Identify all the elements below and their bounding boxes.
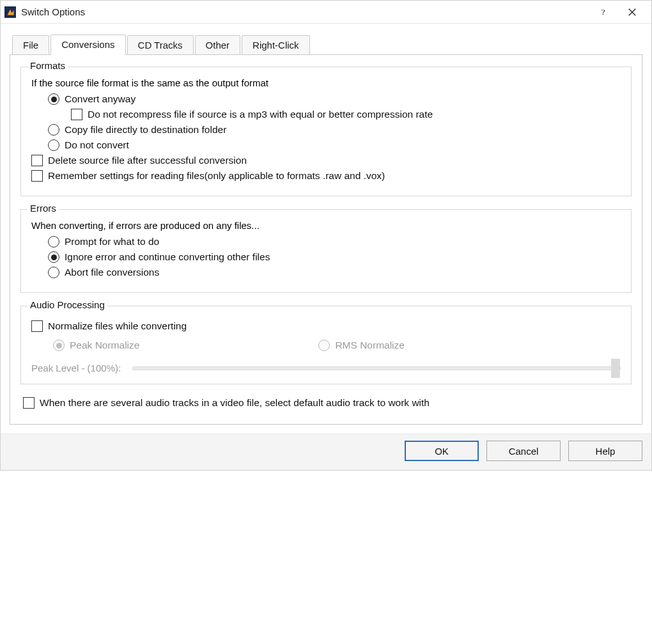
- close-button[interactable]: [618, 3, 646, 22]
- radio-prompt[interactable]: [48, 236, 59, 247]
- radio-peak-normalize: [53, 340, 65, 351]
- tabstrip: File Conversions CD Tracks Other Right-C…: [10, 34, 642, 54]
- window-title: Switch Options: [21, 6, 590, 17]
- button-bar: OK Cancel Help: [1, 434, 651, 470]
- check-remember-settings[interactable]: [31, 170, 43, 182]
- radio-prompt-label: Prompt for what to do: [65, 236, 159, 247]
- formats-description: If the source file format is the same as…: [31, 77, 621, 88]
- app-icon: [4, 6, 16, 18]
- tab-other[interactable]: Other: [195, 35, 241, 55]
- svg-text:?: ?: [602, 8, 605, 17]
- check-delete-source-label: Delete source file after successful conv…: [48, 155, 247, 166]
- check-remember-settings-label: Remember settings for reading files(only…: [48, 170, 385, 182]
- tab-cd-tracks[interactable]: CD Tracks: [127, 35, 194, 55]
- radio-ignore-errors[interactable]: [48, 251, 59, 263]
- check-default-audio-track[interactable]: [23, 397, 35, 409]
- dialog-body: File Conversions CD Tracks Other Right-C…: [1, 34, 651, 434]
- check-default-audio-track-label: When there are several audio tracks in a…: [40, 397, 430, 409]
- group-audio-processing: Audio Processing Normalize files while c…: [20, 306, 632, 384]
- group-legend-formats: Formats: [27, 60, 68, 71]
- tab-conversions[interactable]: Conversions: [50, 35, 125, 55]
- help-dialog-button[interactable]: Help: [568, 441, 642, 461]
- check-normalize-label: Normalize files while converting: [48, 320, 187, 332]
- radio-convert-anyway-label: Convert anyway: [65, 93, 136, 105]
- radio-abort-conversions-label: Abort file conversions: [65, 267, 159, 278]
- radio-convert-anyway[interactable]: [48, 93, 59, 105]
- check-normalize[interactable]: [31, 320, 43, 332]
- check-dont-recompress[interactable]: [71, 109, 82, 120]
- radio-peak-normalize-label: Peak Normalize: [70, 340, 139, 351]
- peak-level-slider: [132, 366, 621, 370]
- radio-do-not-convert[interactable]: [48, 139, 59, 151]
- peak-level-label: Peak Level - (100%):: [31, 363, 121, 373]
- help-button[interactable]: ?: [590, 3, 618, 22]
- radio-copy-to-destination-label: Copy file directly to destination folder: [65, 124, 226, 136]
- radio-ignore-errors-label: Ignore error and continue converting oth…: [65, 251, 270, 263]
- radio-copy-to-destination[interactable]: [48, 124, 59, 136]
- slider-thumb-icon: [611, 359, 620, 378]
- errors-description: When converting, if errors are produced …: [31, 220, 621, 231]
- check-dont-recompress-label: Do not recompress file if source is a mp…: [88, 109, 433, 120]
- group-legend-audio: Audio Processing: [27, 299, 107, 310]
- group-formats: Formats If the source file format is the…: [20, 67, 632, 196]
- radio-rms-normalize: [318, 340, 330, 351]
- tab-file[interactable]: File: [12, 35, 49, 55]
- tabpanel-conversions: Formats If the source file format is the…: [10, 54, 642, 425]
- group-legend-errors: Errors: [27, 203, 59, 214]
- tab-right-click[interactable]: Right-Click: [242, 35, 310, 55]
- dialog-window: Switch Options ? File Conversions CD Tra…: [0, 0, 652, 471]
- titlebar: Switch Options ?: [1, 1, 651, 24]
- radio-do-not-convert-label: Do not convert: [65, 139, 129, 151]
- cancel-button[interactable]: Cancel: [486, 441, 561, 461]
- radio-abort-conversions[interactable]: [48, 267, 59, 278]
- group-errors: Errors When converting, if errors are pr…: [20, 209, 632, 293]
- radio-rms-normalize-label: RMS Normalize: [335, 340, 405, 351]
- check-delete-source[interactable]: [31, 155, 43, 166]
- ok-button[interactable]: OK: [405, 441, 479, 461]
